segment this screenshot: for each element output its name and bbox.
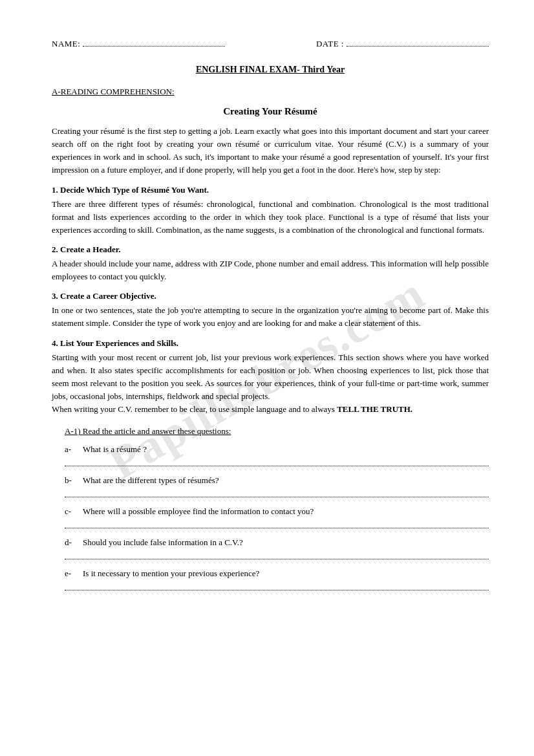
step-2: 2. Create a Header. A header should incl… (52, 244, 489, 283)
question-d-label: d- (65, 537, 79, 548)
questions-intro-underlined: Read the article and answer these questi… (83, 426, 231, 436)
section-a-heading: A-READING COMPREHENSION: (52, 87, 489, 97)
page-title: ENGLISH FINAL EXAM- Third Year (52, 65, 489, 75)
question-d-row: d- Should you include false information … (65, 537, 489, 548)
name-label: NAME: (52, 39, 80, 49)
step-3: 3. Create a Career Objective. In one or … (52, 291, 489, 330)
question-c-block: c- Where will a possible employee find t… (52, 506, 489, 528)
question-c-label: c- (65, 506, 79, 517)
step-1-body: There are three different types of résum… (52, 198, 489, 237)
date-label: DATE : (316, 39, 344, 49)
header-line: NAME: DATE : (52, 39, 489, 49)
question-b-label: b- (65, 475, 79, 486)
content: NAME: DATE : ENGLISH FINAL EXAM- Third Y… (52, 39, 489, 590)
question-b-block: b- What are the different types of résum… (52, 475, 489, 497)
question-c-text: Where will a possible employee find the … (83, 506, 489, 517)
questions-intro: A-1) Read the article and answer these q… (52, 426, 489, 437)
step-3-body: In one or two sentences, state the job y… (52, 304, 489, 330)
questions-intro-prefix: A-1) (65, 426, 83, 436)
step-2-body: A header should include your name, addre… (52, 257, 489, 283)
step-3-heading: 3. Create a Career Objective. (52, 291, 489, 301)
date-field: DATE : (316, 39, 489, 49)
step-2-heading: 2. Create a Header. (52, 244, 489, 255)
question-a-text: What is a résumé ? (83, 444, 489, 455)
name-field: NAME: (52, 39, 225, 49)
question-c-row: c- Where will a possible employee find t… (65, 506, 489, 517)
question-d-block: d- Should you include false information … (52, 537, 489, 559)
question-d-answer-line (65, 550, 489, 559)
question-e-block: e- Is it necessary to mention your previ… (52, 568, 489, 590)
question-e-row: e- Is it necessary to mention your previ… (65, 568, 489, 579)
question-e-answer-line (65, 581, 489, 590)
page: Papillfabres.com NAME: DATE : ENGLISH FI… (0, 0, 534, 756)
questions-section: A-1) Read the article and answer these q… (52, 426, 489, 590)
article-title: Creating Your Résumé (52, 106, 489, 117)
article-intro: Creating your résumé is the first step t… (52, 125, 489, 177)
question-e-text: Is it necessary to mention your previous… (83, 568, 489, 579)
steps-container: 1. Decide Which Type of Résumé You Want.… (52, 185, 489, 416)
step-4-body: Starting with your most recent or curren… (52, 351, 489, 416)
question-a-block: a- What is a résumé ? (52, 444, 489, 466)
question-b-text: What are the different types of résumés? (83, 475, 489, 486)
question-e-label: e- (65, 568, 79, 579)
question-b-answer-line (65, 488, 489, 497)
step-4: 4. List Your Experiences and Skills. Sta… (52, 338, 489, 416)
step-4-heading: 4. List Your Experiences and Skills. (52, 338, 489, 349)
name-dots (83, 46, 225, 47)
date-dots (347, 46, 489, 47)
question-a-row: a- What is a résumé ? (65, 444, 489, 455)
question-b-row: b- What are the different types of résum… (65, 475, 489, 486)
question-a-label: a- (65, 444, 79, 455)
step-1-heading: 1. Decide Which Type of Résumé You Want. (52, 185, 489, 195)
question-c-answer-line (65, 519, 489, 528)
question-d-text: Should you include false information in … (83, 537, 489, 548)
step-1: 1. Decide Which Type of Résumé You Want.… (52, 185, 489, 237)
question-a-answer-line (65, 457, 489, 466)
